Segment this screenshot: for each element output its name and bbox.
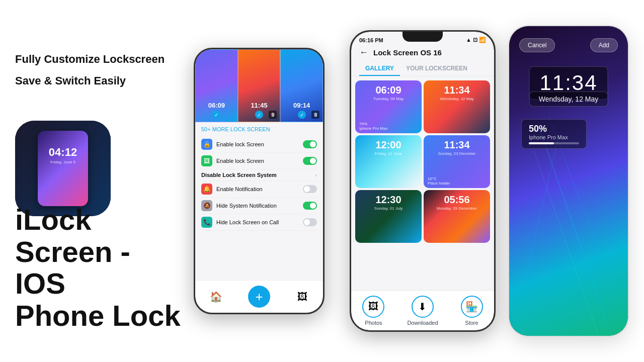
tab-photos[interactable]: 🖼 Photos <box>362 296 384 326</box>
tab-downloaded[interactable]: ⬇ Downloaded <box>407 296 438 326</box>
right-phone-wrapper: 06:16 PM ▲ ⊡ 📶 ← Lock Screen OS 16 GALLE… <box>342 0 503 362</box>
wp-item-2[interactable]: 11:45 ✓ 🗑 <box>238 49 281 122</box>
device-model: Iphone Pro Max <box>529 134 579 140</box>
app-icon[interactable] <box>15 121 111 216</box>
grid-item-4[interactable]: 11:34 Sunday, 23 Decmber 10°C Place hold… <box>424 135 490 188</box>
right-phone-screen: 06:16 PM ▲ ⊡ 📶 ← Lock Screen OS 16 GALLE… <box>351 32 494 330</box>
setting-enable-notification[interactable]: 🔔 Enable Notification <box>201 181 317 198</box>
setting-label-6: Hide Lock Screen on Call <box>216 219 303 225</box>
notification-icon: 🔔 <box>201 184 212 195</box>
far-clock-date: Wendsday, 12 May <box>529 92 608 107</box>
setting-label-5: Hide System Notification <box>216 203 303 209</box>
tagline-1: Fully Customize Lockscreen <box>15 53 165 66</box>
store-label: Store <box>465 320 478 326</box>
hide-notification-icon: 🔕 <box>201 200 212 211</box>
add-button[interactable]: Add <box>590 38 618 52</box>
right-phone-frame: 06:16 PM ▲ ⊡ 📶 ← Lock Screen OS 16 GALLE… <box>350 30 496 332</box>
downloaded-label: Downloaded <box>407 320 438 326</box>
far-top-buttons: Cancel Add <box>509 38 628 52</box>
bottom-tabs: 🖼 Photos ⬇ Downloaded 🏪 Store <box>351 290 494 330</box>
status-icons: ▲ ⊡ 📶 <box>466 37 486 43</box>
setting-hide-system-notification[interactable]: 🔕 Hide System Notification <box>201 198 317 214</box>
nav-title: Lock Screen OS 16 <box>373 48 442 57</box>
wallpaper-strip: 06:09 ✓ 11:45 ✓ 🗑 09:14 ✓ 🗑 <box>195 49 323 122</box>
battery-fill <box>529 142 554 144</box>
image-icon: 🖼 <box>201 155 212 166</box>
downloaded-icon: ⬇ <box>412 296 434 318</box>
chevron-icon: › <box>315 172 317 178</box>
toggle-enable-lock-1[interactable] <box>303 140 317 148</box>
left-section: Fully Customize Lockscreen Save & Switch… <box>10 0 181 362</box>
tab-gallery[interactable]: GALLERY <box>359 62 400 76</box>
setting-hide-on-call[interactable]: 📞 Hide Lock Screen on Call <box>201 214 317 231</box>
tab-your-lockscreen[interactable]: YOUR LOCKSCREEN <box>400 62 473 76</box>
status-time: 06:16 PM <box>359 37 383 43</box>
photos-icon: 🖼 <box>362 296 384 318</box>
tabs-row: GALLERY YOUR LOCKSCREEN <box>351 62 494 76</box>
app-icon-phone-mockup <box>38 131 88 206</box>
phone-notch <box>403 32 443 42</box>
grid-item-3[interactable]: 12:00 Friday, 12 June <box>355 135 422 188</box>
toggle-hide-notification[interactable] <box>303 202 317 210</box>
far-right-phone-frame: Cancel Add 11:34 Wendsday, 12 May 50% Ip… <box>508 25 629 337</box>
nav-header: ← Lock Screen OS 16 <box>351 45 494 62</box>
toggle-enable-lock-2[interactable] <box>303 157 317 165</box>
back-arrow-icon[interactable]: ← <box>359 47 368 58</box>
wp-item-1[interactable]: 06:09 ✓ <box>195 49 238 122</box>
svg-line-3 <box>534 151 598 334</box>
photos-label: Photos <box>365 320 382 326</box>
setting-label-4: Enable Notification <box>216 186 303 192</box>
bottom-nav: 🏠 + 🖼 <box>195 280 323 313</box>
grid-item-1[interactable]: 06:09 Tuesday, 06 May 75% Iphone Pro Max <box>355 80 422 133</box>
setting-enable-lock-1[interactable]: 🔒 Enable lock Screen <box>201 136 317 153</box>
svg-line-2 <box>514 137 559 325</box>
lock-icon: 🔒 <box>201 139 212 150</box>
middle-phone-wrapper: 06:09 ✓ 11:45 ✓ 🗑 09:14 ✓ 🗑 50+ MORE LOC… <box>186 0 332 362</box>
far-right-phone-screen: Cancel Add 11:34 Wendsday, 12 May 50% Ip… <box>509 26 628 336</box>
wp-item-3[interactable]: 09:14 ✓ 🗑 <box>280 49 323 122</box>
battery-bar <box>529 142 579 144</box>
home-nav-icon[interactable]: 🏠 <box>206 287 225 306</box>
setting-label-1: Enable lock Screen <box>216 141 303 147</box>
svg-line-0 <box>539 127 608 324</box>
toggle-notification[interactable] <box>303 185 317 193</box>
call-icon: 📞 <box>201 217 212 228</box>
battery-percentage: 50% <box>529 124 579 134</box>
main-title: iLock Screen - IOS Phone Lock <box>15 204 181 332</box>
tab-store[interactable]: 🏪 Store <box>461 296 483 326</box>
add-nav-button[interactable]: + <box>248 286 270 308</box>
gallery-nav-icon[interactable]: 🖼 <box>293 287 312 306</box>
setting-enable-lock-2[interactable]: 🖼 Enable lock Screen <box>201 153 317 169</box>
setting-label-2: Enable lock Screen <box>216 158 303 164</box>
far-battery-info: 50% Iphone Pro Max <box>521 119 587 149</box>
grid-item-5[interactable]: 12:30 Sunday, 01 July <box>355 190 422 243</box>
grid-item-2[interactable]: 11:34 Wendsday, 12 May <box>424 80 490 133</box>
setting-disable-lock-system[interactable]: Disable Lock Screen System › <box>201 169 317 181</box>
middle-phone-frame: 06:09 ✓ 11:45 ✓ 🗑 09:14 ✓ 🗑 50+ MORE LOC… <box>194 48 325 314</box>
more-lock-screens-link[interactable]: 50+ MORE LOCK SCREEN <box>201 126 317 132</box>
toggle-hide-on-call[interactable] <box>303 218 317 226</box>
setting-label-3: Disable Lock Screen System <box>201 172 315 178</box>
settings-section: 50+ MORE LOCK SCREEN 🔒 Enable lock Scree… <box>195 122 323 235</box>
cancel-button[interactable]: Cancel <box>519 38 555 52</box>
wallpaper-grid: 06:09 Tuesday, 06 May 75% Iphone Pro Max… <box>351 80 494 243</box>
grid-item-6[interactable]: 05:56 Monday, 29 December <box>424 190 490 243</box>
store-icon: 🏪 <box>461 296 483 318</box>
tagline-2: Save & Switch Easily <box>15 74 126 87</box>
middle-phone-screen: 06:09 ✓ 11:45 ✓ 🗑 09:14 ✓ 🗑 50+ MORE LOC… <box>195 49 323 313</box>
far-right-phone-wrapper: Cancel Add 11:34 Wendsday, 12 May 50% Ip… <box>508 0 644 362</box>
